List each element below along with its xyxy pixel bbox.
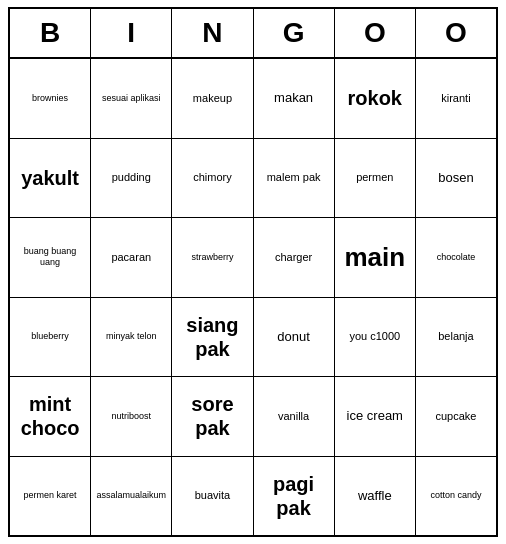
cell-0-1: sesuai aplikasi bbox=[91, 59, 172, 138]
cell-3-2: siang pak bbox=[172, 298, 253, 377]
cell-1-3: malem pak bbox=[254, 139, 335, 218]
header-cell-I: I bbox=[91, 9, 172, 57]
cell-5-0: permen karet bbox=[10, 457, 91, 536]
cell-4-2: sore pak bbox=[172, 377, 253, 456]
bingo-grid: browniessesuai aplikasimakeupmakanrokokk… bbox=[10, 59, 496, 535]
cell-5-5: cotton candy bbox=[416, 457, 496, 536]
header-row: BINGOO bbox=[10, 9, 496, 59]
cell-4-5: cupcake bbox=[416, 377, 496, 456]
header-cell-N: N bbox=[172, 9, 253, 57]
cell-2-4: main bbox=[335, 218, 416, 297]
header-cell-G: G bbox=[254, 9, 335, 57]
cell-0-3: makan bbox=[254, 59, 335, 138]
cell-4-0: mint choco bbox=[10, 377, 91, 456]
cell-3-5: belanja bbox=[416, 298, 496, 377]
cell-2-5: chocolate bbox=[416, 218, 496, 297]
cell-4-4: ice cream bbox=[335, 377, 416, 456]
row-3: blueberryminyak telonsiang pakdonutyou c… bbox=[10, 298, 496, 378]
header-cell-O: O bbox=[335, 9, 416, 57]
cell-5-4: waffle bbox=[335, 457, 416, 536]
cell-2-1: pacaran bbox=[91, 218, 172, 297]
cell-3-3: donut bbox=[254, 298, 335, 377]
cell-0-4: rokok bbox=[335, 59, 416, 138]
cell-1-0: yakult bbox=[10, 139, 91, 218]
row-5: permen karetassalamualaikumbuavitapagi p… bbox=[10, 457, 496, 536]
cell-5-3: pagi pak bbox=[254, 457, 335, 536]
cell-5-2: buavita bbox=[172, 457, 253, 536]
row-2: buang buang uangpacaranstrawberrycharger… bbox=[10, 218, 496, 298]
header-cell-O: O bbox=[416, 9, 496, 57]
cell-2-3: charger bbox=[254, 218, 335, 297]
cell-4-1: nutriboost bbox=[91, 377, 172, 456]
cell-3-0: blueberry bbox=[10, 298, 91, 377]
row-1: yakultpuddingchimorymalem pakpermenbosen bbox=[10, 139, 496, 219]
row-4: mint choconutriboostsore pakvanillaice c… bbox=[10, 377, 496, 457]
cell-0-2: makeup bbox=[172, 59, 253, 138]
cell-4-3: vanilla bbox=[254, 377, 335, 456]
cell-3-4: you c1000 bbox=[335, 298, 416, 377]
cell-2-0: buang buang uang bbox=[10, 218, 91, 297]
cell-5-1: assalamualaikum bbox=[91, 457, 172, 536]
cell-1-5: bosen bbox=[416, 139, 496, 218]
cell-2-2: strawberry bbox=[172, 218, 253, 297]
cell-3-1: minyak telon bbox=[91, 298, 172, 377]
cell-1-1: pudding bbox=[91, 139, 172, 218]
header-cell-B: B bbox=[10, 9, 91, 57]
cell-0-0: brownies bbox=[10, 59, 91, 138]
bingo-card: BINGOO browniessesuai aplikasimakeupmaka… bbox=[8, 7, 498, 537]
cell-1-2: chimory bbox=[172, 139, 253, 218]
cell-1-4: permen bbox=[335, 139, 416, 218]
cell-0-5: kiranti bbox=[416, 59, 496, 138]
row-0: browniessesuai aplikasimakeupmakanrokokk… bbox=[10, 59, 496, 139]
